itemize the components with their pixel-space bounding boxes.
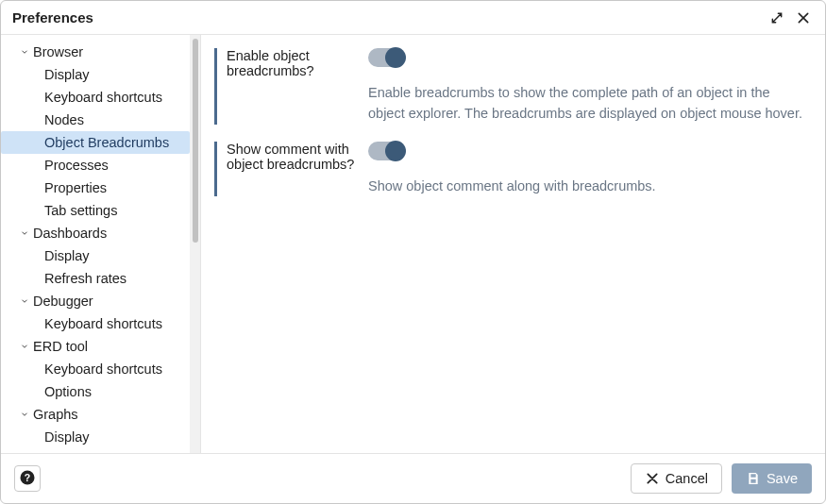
sidebar-group-label: Browser (33, 44, 83, 59)
chevron-down-icon (18, 294, 31, 309)
sidebar-group[interactable]: Browser (1, 41, 190, 63)
sidebar-scroll-thumb[interactable] (193, 39, 198, 243)
sidebar-item[interactable]: Nodes (1, 109, 190, 131)
save-icon (746, 471, 761, 486)
toggle-knob (385, 47, 406, 68)
sidebar-group[interactable]: Graphs (1, 403, 190, 426)
setting-body: Enable breadcrumbs to show the complete … (368, 48, 806, 125)
maximize-icon[interactable] (767, 8, 787, 28)
dialog-body: BrowserDisplayKeyboard shortcutsNodesObj… (1, 35, 825, 454)
dialog-title: Preferences (12, 9, 761, 25)
sidebar-group-label: Dashboards (33, 226, 107, 241)
sidebar[interactable]: BrowserDisplayKeyboard shortcutsNodesObj… (1, 35, 190, 453)
sidebar-group[interactable]: Miscellaneous (1, 448, 190, 453)
setting-body: Show object comment along with breadcrum… (368, 142, 806, 197)
setting-description: Enable breadcrumbs to show the complete … (368, 83, 806, 125)
titlebar: Preferences (1, 1, 825, 35)
setting-row: Show comment with object breadcrumbs?Sho… (214, 142, 806, 197)
toggle-knob (385, 141, 406, 161)
sidebar-item[interactable]: Tab settings (1, 199, 190, 222)
footer: ? Cancel Save (1, 454, 825, 503)
setting-row: Enable object breadcrumbs?Enable breadcr… (214, 48, 806, 125)
save-button[interactable]: Save (732, 463, 812, 494)
setting-label: Show comment with object breadcrumbs? (227, 142, 368, 197)
sidebar-group[interactable]: Debugger (1, 290, 190, 312)
chevron-down-icon (18, 339, 31, 354)
sidebar-group-label: Graphs (33, 407, 78, 422)
setting-toggle[interactable] (368, 48, 404, 67)
settings-panel: Enable object breadcrumbs?Enable breadcr… (201, 35, 825, 453)
sidebar-item[interactable]: Properties (1, 176, 190, 199)
sidebar-item[interactable]: Display (1, 63, 190, 86)
chevron-down-icon (18, 44, 31, 59)
cancel-button-label: Cancel (666, 471, 708, 486)
sidebar-wrap: BrowserDisplayKeyboard shortcutsNodesObj… (1, 35, 201, 453)
close-icon[interactable] (793, 8, 814, 28)
sidebar-item[interactable]: Keyboard shortcuts (1, 358, 190, 380)
save-button-label: Save (767, 471, 798, 486)
sidebar-group-label: Debugger (33, 294, 93, 309)
sidebar-item[interactable]: Object Breadcrumbs (1, 131, 190, 154)
setting-label: Enable object breadcrumbs? (227, 48, 368, 125)
setting-toggle[interactable] (368, 142, 404, 160)
sidebar-item[interactable]: Options (1, 380, 190, 403)
chevron-down-icon (18, 226, 31, 241)
svg-text:?: ? (25, 471, 30, 482)
sidebar-item[interactable]: Display (1, 426, 190, 448)
help-button[interactable]: ? (14, 465, 41, 492)
close-icon (645, 471, 660, 486)
help-icon: ? (19, 469, 36, 489)
setting-description: Show object comment along with breadcrum… (368, 176, 806, 197)
sidebar-item[interactable]: Display (1, 244, 190, 267)
sidebar-group-label: Miscellaneous (33, 452, 120, 453)
sidebar-group[interactable]: Dashboards (1, 222, 190, 244)
preferences-dialog: Preferences BrowserDisplayKeyboard short… (0, 0, 826, 504)
sidebar-item[interactable]: Processes (1, 154, 190, 176)
sidebar-item[interactable]: Keyboard shortcuts (1, 312, 190, 335)
chevron-down-icon (18, 407, 31, 422)
cancel-button[interactable]: Cancel (631, 463, 722, 494)
sidebar-group[interactable]: ERD tool (1, 335, 190, 358)
sidebar-item[interactable]: Keyboard shortcuts (1, 86, 190, 109)
sidebar-group-label: ERD tool (33, 339, 88, 354)
chevron-down-icon (18, 452, 31, 453)
sidebar-item[interactable]: Refresh rates (1, 267, 190, 290)
sidebar-scrollbar[interactable] (190, 35, 201, 453)
